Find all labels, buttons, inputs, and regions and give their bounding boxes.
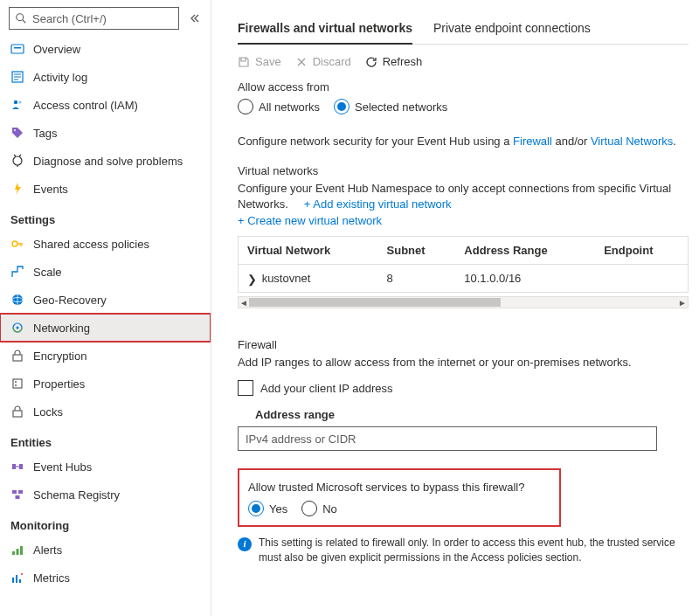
sidebar-item-alerts[interactable]: Alerts bbox=[0, 536, 211, 564]
horizontal-scrollbar[interactable]: ◄ ► bbox=[238, 296, 689, 308]
tabs: Firewalls and virtual networks Private e… bbox=[238, 16, 689, 45]
sidebar-item-scale[interactable]: Scale bbox=[0, 258, 211, 286]
toolbar-label: Save bbox=[255, 55, 281, 68]
svg-point-23 bbox=[15, 381, 17, 383]
key-icon bbox=[10, 237, 24, 251]
sidebar-item-networking[interactable]: Networking bbox=[0, 314, 211, 342]
col-vn[interactable]: Virtual Network bbox=[239, 237, 378, 265]
sidebar-item-events[interactable]: Events bbox=[0, 175, 211, 203]
scroll-thumb[interactable] bbox=[249, 298, 501, 307]
link-create-new-vn[interactable]: + Create new virtual network bbox=[238, 214, 382, 227]
link-add-existing-vn[interactable]: + Add existing virtual network bbox=[304, 197, 452, 211]
scroll-left-icon[interactable]: ◄ bbox=[239, 298, 249, 308]
sidebar-entities-header: Entities bbox=[0, 426, 211, 453]
svg-point-24 bbox=[15, 384, 17, 386]
globe-icon bbox=[10, 293, 24, 307]
svg-point-9 bbox=[18, 100, 21, 103]
col-subnet[interactable]: Subnet bbox=[378, 237, 456, 265]
table-row[interactable]: ❯ kustovnet 8 10.1.0.0/16 bbox=[239, 265, 688, 293]
tab-firewalls[interactable]: Firewalls and virtual networks bbox=[238, 16, 412, 44]
radio-label: Selected networks bbox=[355, 100, 447, 114]
trusted-radios: Yes No bbox=[248, 501, 550, 516]
link-firewall[interactable]: Firewall bbox=[513, 135, 552, 148]
sidebar-item-activity-log[interactable]: Activity log bbox=[0, 63, 211, 91]
tab-private-endpoint[interactable]: Private endpoint connections bbox=[433, 16, 591, 44]
chevron-right-icon[interactable]: ❯ bbox=[247, 273, 257, 286]
svg-rect-34 bbox=[20, 546, 23, 555]
radio-label: All networks bbox=[259, 100, 320, 114]
svg-rect-22 bbox=[13, 379, 22, 388]
radio-all-networks[interactable]: All networks bbox=[238, 99, 320, 114]
svg-rect-36 bbox=[16, 575, 17, 583]
trusted-services-box: Allow trusted Microsoft services to bypa… bbox=[238, 468, 561, 527]
iam-icon bbox=[10, 98, 24, 112]
link-virtual-networks[interactable]: Virtual Networks bbox=[591, 135, 673, 148]
checkbox-add-client-ip[interactable] bbox=[238, 380, 253, 396]
svg-rect-37 bbox=[19, 579, 21, 583]
add-client-ip-row: Add your client IP address bbox=[238, 380, 689, 396]
tags-icon bbox=[10, 126, 24, 140]
discard-button[interactable]: Discard bbox=[295, 55, 351, 68]
cell-range: 10.1.0.0/16 bbox=[455, 265, 595, 293]
radio-selected-networks[interactable]: Selected networks bbox=[334, 99, 447, 114]
vn-table: Virtual Network Subnet Address Range End… bbox=[238, 236, 689, 293]
sidebar-item-shared-access[interactable]: Shared access policies bbox=[0, 230, 211, 258]
diagnose-icon bbox=[10, 154, 24, 168]
svg-line-1 bbox=[23, 20, 26, 24]
sidebar-item-encryption[interactable]: Encryption bbox=[0, 342, 211, 370]
sidebar-item-label: Schema Registry bbox=[33, 488, 120, 502]
refresh-button[interactable]: Refresh bbox=[365, 55, 423, 68]
radio-trusted-yes[interactable]: Yes bbox=[248, 501, 287, 516]
sidebar-item-properties[interactable]: Properties bbox=[0, 370, 211, 398]
activity-log-icon bbox=[10, 70, 24, 84]
radio-dot bbox=[337, 102, 346, 111]
sidebar-item-overview[interactable]: Overview bbox=[0, 35, 211, 63]
allow-access-label: Allow access from bbox=[238, 80, 689, 93]
collapse-sidebar-button[interactable] bbox=[184, 7, 205, 30]
radio-circle bbox=[248, 501, 264, 516]
sidebar-item-locks[interactable]: Locks bbox=[0, 398, 211, 426]
svg-rect-31 bbox=[16, 495, 20, 499]
vn-desc2-line: Configure your Event Hub Namespace to on… bbox=[238, 181, 689, 212]
sidebar-item-event-hubs[interactable]: Event Hubs bbox=[0, 453, 211, 481]
firewall-header: Firewall bbox=[238, 338, 689, 351]
sidebar-item-label: Encryption bbox=[33, 350, 87, 363]
allow-access-radios: All networks Selected networks bbox=[238, 99, 689, 114]
search-icon bbox=[15, 12, 27, 24]
col-endpoint[interactable]: Endpoint bbox=[595, 237, 688, 265]
chevron-double-left-icon bbox=[190, 13, 200, 24]
sidebar-item-tags[interactable]: Tags bbox=[0, 119, 211, 147]
sidebar-item-geo-recovery[interactable]: Geo-Recovery bbox=[0, 286, 211, 314]
vn-links: + Create new virtual network bbox=[238, 214, 689, 227]
firewall-desc: Add IP ranges to allow access from the i… bbox=[238, 355, 689, 371]
svg-rect-2 bbox=[11, 45, 24, 53]
checkbox-label: Add your client IP address bbox=[260, 382, 393, 395]
col-range[interactable]: Address Range bbox=[455, 237, 595, 265]
sidebar-item-diagnose[interactable]: Diagnose and solve problems bbox=[0, 147, 211, 175]
info-text: This setting is related to firewall only… bbox=[259, 536, 689, 565]
info-row: i This setting is related to firewall on… bbox=[238, 536, 689, 565]
cell-vn: kustovnet bbox=[262, 272, 311, 285]
svg-rect-26 bbox=[12, 464, 16, 469]
save-button[interactable]: Save bbox=[238, 55, 281, 68]
vn-header: Virtual networks bbox=[238, 164, 689, 177]
sidebar-item-schema-registry[interactable]: Schema Registry bbox=[0, 481, 211, 509]
networking-icon bbox=[10, 321, 24, 335]
radio-circle bbox=[238, 99, 253, 114]
sidebar-item-label: Networking bbox=[33, 322, 90, 335]
address-range-label: Address range bbox=[238, 408, 689, 421]
svg-rect-33 bbox=[17, 549, 19, 555]
search-input[interactable]: Search (Ctrl+/) bbox=[9, 7, 179, 30]
sidebar-item-iam[interactable]: Access control (IAM) bbox=[0, 91, 211, 119]
sidebar-item-label: Shared access policies bbox=[33, 238, 149, 251]
sidebar-item-label: Properties bbox=[33, 377, 85, 391]
radio-trusted-no[interactable]: No bbox=[301, 501, 337, 516]
svg-rect-35 bbox=[12, 578, 14, 583]
desc-text: . bbox=[673, 135, 676, 148]
refresh-icon bbox=[365, 56, 377, 68]
scroll-right-icon[interactable]: ► bbox=[677, 298, 688, 308]
sidebar-item-metrics[interactable]: Metrics bbox=[0, 564, 211, 592]
ip-input[interactable]: IPv4 address or CIDR bbox=[238, 426, 657, 451]
desc-text: Configure network security for your Even… bbox=[238, 135, 513, 148]
cell-subnet: 8 bbox=[378, 265, 456, 293]
